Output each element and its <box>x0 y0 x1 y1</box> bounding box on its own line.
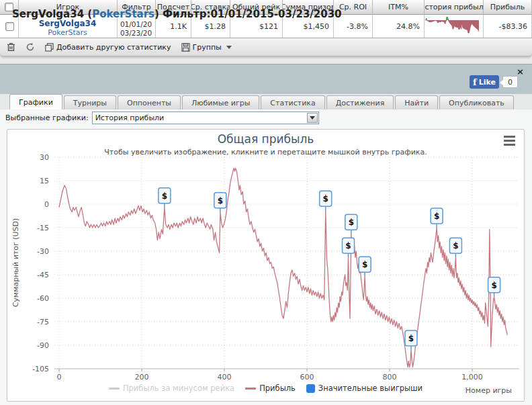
svg-text:600: 600 <box>300 373 314 381</box>
svg-text:0: 0 <box>44 200 49 209</box>
profit-chart-panel[interactable]: Общая прибыль Чтобы увеличить изображени… <box>7 129 525 402</box>
svg-text:-30: -30 <box>37 247 49 256</box>
profile-title-filter: ) Фильтр:01/01/2015-03/23/2030 <box>154 8 342 20</box>
tab-Любимые игры[interactable]: Любимые игры <box>182 95 259 109</box>
svg-text:$: $ <box>162 191 167 201</box>
legend-swatch <box>109 388 120 390</box>
profile-title: SergVolga34 (PokerStars) Фильтр:01/01/20… <box>12 8 342 20</box>
svg-text:$: $ <box>434 212 439 221</box>
svg-text:-45: -45 <box>37 271 49 279</box>
add-window-icon <box>45 43 54 52</box>
column-header[interactable]: Прибыль <box>484 0 532 14</box>
legend-item[interactable]: Прибыль за минусом рейка <box>109 384 234 393</box>
svg-text:-105: -105 <box>32 365 49 373</box>
tab-Опубликовать[interactable]: Опубликовать <box>439 95 514 109</box>
legend-swatch <box>245 388 256 390</box>
svg-text:-15: -15 <box>37 224 49 232</box>
svg-text:$: $ <box>491 281 496 290</box>
legend-label: Прибыль <box>259 384 296 393</box>
svg-text:$: $ <box>362 260 367 269</box>
svg-text:$: $ <box>408 334 414 343</box>
groups-button[interactable]: Группы <box>181 43 232 52</box>
legend-swatch <box>306 384 315 393</box>
filter-date-to: 03/23/20 <box>120 29 152 38</box>
facebook-like-count: 0 <box>502 76 518 88</box>
profile-header <box>0 64 532 94</box>
groups-label: Группы <box>193 43 222 52</box>
xaxis-title: Номер игры <box>466 386 512 395</box>
svg-text:30: 30 <box>40 153 49 162</box>
legend-item[interactable]: Значительные выигрыши <box>306 384 423 393</box>
graph-select-value: История прибыли <box>95 114 165 122</box>
svg-text:-90: -90 <box>37 341 49 350</box>
dropdown-arrow-icon[interactable] <box>307 113 318 123</box>
tab-Статистика[interactable]: Статистика <box>261 95 324 109</box>
svg-text:Суммарный итог (USD): Суммарный итог (USD) <box>11 218 20 308</box>
svg-text:$: $ <box>349 218 354 227</box>
filter-date-from: 01/01/20 <box>120 20 152 29</box>
legend-item[interactable]: Прибыль <box>245 384 296 393</box>
groups-caret-icon <box>226 46 232 49</box>
svg-text:0: 0 <box>57 373 62 381</box>
facebook-like-button[interactable]: f Like <box>470 75 499 89</box>
facebook-f-icon: f <box>473 77 477 87</box>
player-name-link[interactable]: SergVolga34 <box>39 19 97 28</box>
graph-select-dropdown[interactable]: История прибыли <box>92 111 319 124</box>
legend-label: Прибыль за минусом рейка <box>123 384 234 393</box>
refresh-button[interactable] <box>26 42 35 52</box>
profile-title-site[interactable]: PokerStars <box>92 8 154 20</box>
svg-text:15: 15 <box>40 177 49 185</box>
tab-Найти[interactable]: Найти <box>395 95 438 109</box>
profit-cell: -$83.36 <box>484 15 532 38</box>
svg-text:400: 400 <box>218 373 232 381</box>
row-checkbox[interactable] <box>5 22 14 31</box>
tab-Достижения[interactable]: Достижения <box>326 95 394 109</box>
add-statistic-button[interactable]: Добавить другую статистику <box>45 43 171 52</box>
svg-text:-75: -75 <box>37 318 49 326</box>
groups-disk-icon <box>181 43 190 52</box>
svg-text:$: $ <box>345 241 351 251</box>
trash-icon <box>7 42 15 52</box>
chart-legend: Прибыль за минусом рейкаПрибыльЗначитель… <box>7 384 524 393</box>
svg-text:$: $ <box>218 196 223 206</box>
itm-cell: 24.8% <box>373 15 425 38</box>
svg-text:1,000: 1,000 <box>461 373 483 381</box>
svg-text:$: $ <box>453 241 458 251</box>
svg-text:$: $ <box>322 194 328 204</box>
column-header[interactable]: ITM% <box>373 0 425 14</box>
legend-label: Значительные выигрыши <box>318 384 423 393</box>
tab-Графики[interactable]: Графики <box>9 94 62 109</box>
profit-line-chart[interactable]: 30150-15-30-45-60-75-90-1050200400600800… <box>7 130 525 382</box>
delete-button[interactable] <box>7 42 15 52</box>
graph-select-row: Выбранные графики: История прибыли <box>5 111 319 124</box>
profile-title-player: SergVolga34 ( <box>12 8 92 20</box>
svg-text:800: 800 <box>383 373 397 381</box>
add-statistic-label: Добавить другую статистику <box>56 43 171 52</box>
column-header[interactable]: История прибыли <box>425 0 484 14</box>
tab-Турниры[interactable]: Турниры <box>64 95 116 109</box>
close-icon[interactable]: × <box>517 66 524 77</box>
profile-tabs: ГрафикиТурнирыОппонентыЛюбимые игрыСтати… <box>9 94 514 109</box>
player-site-link[interactable]: PokerStars <box>48 28 87 38</box>
graph-select-label: Выбранные графики: <box>5 114 89 122</box>
refresh-icon <box>26 42 35 52</box>
profit-history-cell <box>425 15 484 38</box>
profit-sparkline <box>425 17 479 36</box>
facebook-like-label: Like <box>479 78 496 87</box>
svg-text:200: 200 <box>135 373 149 381</box>
svg-text:-60: -60 <box>37 294 49 303</box>
stats-toolbar: Добавить другую статистику Группы <box>0 38 532 56</box>
tab-Оппоненты[interactable]: Оппоненты <box>118 95 181 109</box>
